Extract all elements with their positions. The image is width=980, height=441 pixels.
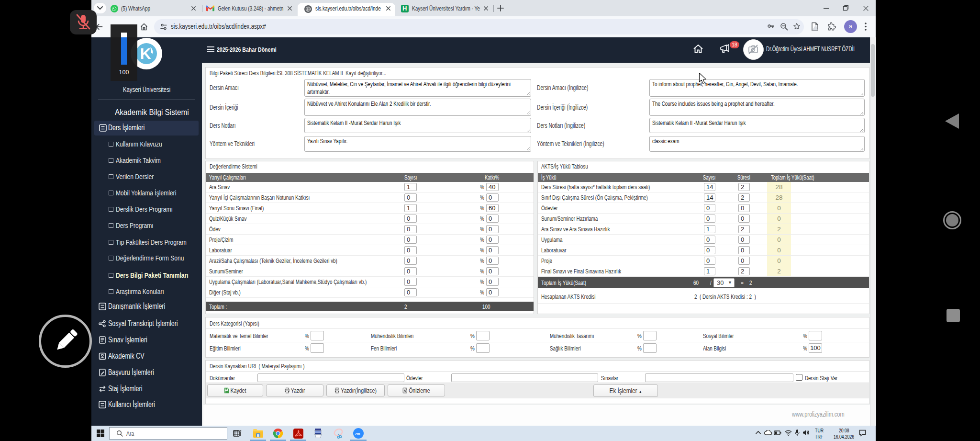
svg-text:K: K bbox=[140, 45, 151, 62]
